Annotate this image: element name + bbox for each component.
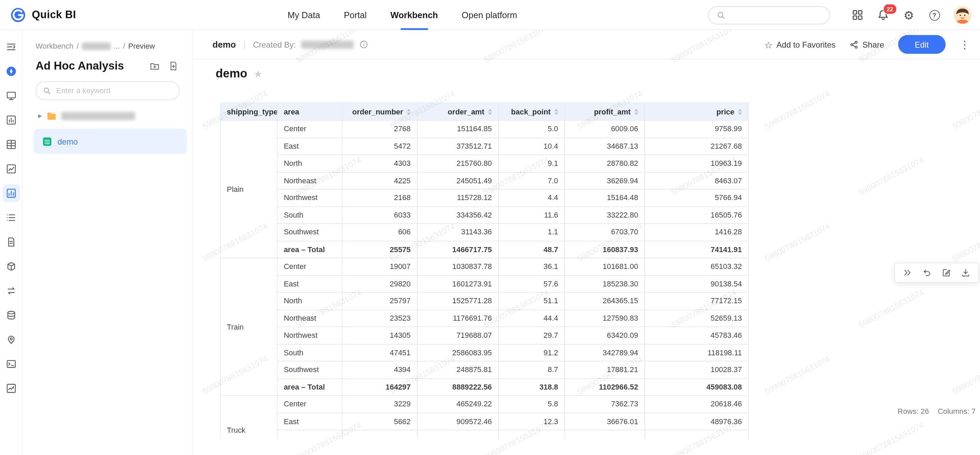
cell-value: 10963.19 [645,155,749,172]
share-button[interactable]: Share [849,40,884,49]
terminal-icon[interactable] [2,355,19,373]
brand-area[interactable]: Quick BI [0,6,76,22]
nav-my-data[interactable]: My Data [288,0,320,30]
column-header-order_amt[interactable]: order_amt [417,103,498,120]
apps-grid-icon[interactable] [851,9,864,22]
cell-value: 4394 [342,361,417,378]
tree-caret-icon[interactable]: ▶ [38,113,42,118]
pivot-table-container[interactable]: shipping_typeareaorder_numberorder_amtba… [220,102,749,439]
swap-arrows-icon[interactable] [2,282,19,299]
collapse-menu-icon[interactable] [2,38,19,56]
cell-total-value: 164297 [342,378,417,395]
cell-value: 334356.42 [417,206,498,224]
keyword-search-input[interactable] [55,86,173,96]
cell-value: 1176691.76 [417,310,498,327]
line-chart-icon[interactable] [2,160,19,177]
panel-search[interactable] [36,81,180,100]
sidebar-item-label: demo [57,137,78,146]
table-row[interactable]: North4303215760.809.128780.8210963.19 [220,155,748,172]
cell-area: Center [277,120,342,137]
tree-folder-row[interactable]: ▶ [38,111,192,121]
notifications-bell-icon[interactable]: 22 [877,9,889,22]
data-table-icon[interactable] [2,136,19,153]
undo-icon[interactable] [920,266,934,279]
table-row[interactable]: Southwest60631143.361.16703.701416.28 [220,224,748,241]
metric-chart-icon[interactable] [2,380,19,397]
settings-gear-icon[interactable]: ⚙ [903,9,915,22]
column-header-profit_amt[interactable]: profit_amt [565,103,645,120]
cell-value: 33222.80 [565,206,645,224]
column-header-order_number[interactable]: order_number [342,103,417,120]
bar-chart-icon[interactable] [2,111,19,129]
table-row[interactable]: Northeast4225245051.497.036269.948463.07 [220,172,748,189]
download-icon[interactable] [958,266,973,279]
cell-value: 31143.36 [417,224,498,241]
table-row[interactable]: TrainCenter190071030837.7836.1101681.006… [220,258,748,275]
global-search[interactable] [708,6,830,24]
more-options-icon[interactable]: ⋮ [959,39,970,49]
page-title: demo ★ [216,67,262,80]
workspace-logo-icon[interactable] [2,63,19,80]
cell-value: 2586083.95 [417,344,498,361]
nav-portal[interactable]: Portal [344,0,367,30]
sort-icon[interactable] [635,109,638,115]
pivot-table: shipping_typeareaorder_numberorder_amtba… [220,102,749,439]
total-row[interactable]: area – Total1642978889222.56318.81102966… [220,378,748,395]
sort-icon[interactable] [407,109,410,115]
cell-value: 9.1 [499,155,565,172]
user-avatar[interactable] [954,6,971,24]
help-icon[interactable]: ? [928,9,941,22]
table-row[interactable]: East5472373512.7110.434687.1321267.68 [220,138,748,155]
cell-value: 1525771.28 [417,292,498,310]
cell-value: 248875.81 [417,361,498,378]
cell-value: 11.6 [499,206,565,224]
adhoc-analysis-icon[interactable] [2,184,19,202]
breadcrumb-ellipsis: ... [114,42,120,51]
nav-open-platform[interactable]: Open platform [461,0,517,30]
edit-note-icon[interactable] [939,266,954,279]
column-header-area[interactable]: area [277,103,342,120]
table-row[interactable]: Northwest2168115728.124.415164.485766.94 [220,189,748,206]
table-row[interactable]: PlainCenter2768151164.855.06009.069758.9… [220,120,748,137]
cell-value: 127590.83 [565,310,645,327]
nav-workbench[interactable]: Workbench [390,0,438,30]
column-header-back_point[interactable]: back_point [499,103,565,120]
sort-icon[interactable] [738,109,742,115]
table-row[interactable]: Northeast235231176691.7644.4127590.83526… [220,310,748,327]
column-header-shipping_type[interactable]: shipping_type [220,103,277,120]
sort-icon[interactable] [554,109,558,115]
document-icon[interactable] [2,233,19,251]
title-star-icon[interactable]: ★ [254,68,262,80]
cell-total-value: 160837.93 [565,241,645,258]
table-row[interactable]: East298201601273.9157.6185238.3090138.54 [220,275,748,292]
collapse-toolbar-icon[interactable] [900,266,915,279]
table-row[interactable]: North257971525771.2851.1264365.1577172.1… [220,292,748,310]
total-row[interactable]: area – Total255751466717.7548.7160837.93… [220,241,748,258]
cell-value: 5766.94 [645,189,749,206]
cube-icon[interactable] [2,258,19,275]
table-row[interactable]: Southwest4394248875.818.717881.2110028.3… [220,361,748,378]
sort-icon[interactable] [488,109,492,115]
add-to-favorites-button[interactable]: ☆ Add to Favorites [764,40,835,49]
new-folder-icon[interactable] [149,61,160,71]
quickbi-logo-icon [10,6,26,22]
monitor-icon[interactable] [2,87,19,104]
database-icon[interactable] [2,306,19,324]
column-header-price[interactable]: price [645,103,749,120]
table-row[interactable]: East5662909572.4612.336676.0148976.36 [220,413,748,430]
cell-total-value: 25575 [342,241,417,258]
table-row[interactable]: Northwest14305719688.0729.763420.0945783… [220,327,748,344]
sidebar-item-demo[interactable]: demo [34,129,187,154]
breadcrumb: Workbench / ... / Preview [36,42,192,51]
global-search-input[interactable] [729,10,822,20]
table-row[interactable]: South6033334356.4211.633222.8016505.76 [220,206,748,224]
table-row[interactable]: South474512586083.9591.2342789.94118198.… [220,344,748,361]
breadcrumb-preview: Preview [129,42,155,51]
edit-button[interactable]: Edit [898,35,945,54]
list-icon[interactable] [2,209,19,227]
location-pin-icon[interactable] [2,331,19,348]
info-icon[interactable] [360,40,368,49]
new-sheet-icon[interactable] [168,61,179,71]
breadcrumb-workbench[interactable]: Workbench [36,42,73,51]
table-row[interactable]: TruckCenter3229465249.225.87362.7320618.… [220,396,748,413]
